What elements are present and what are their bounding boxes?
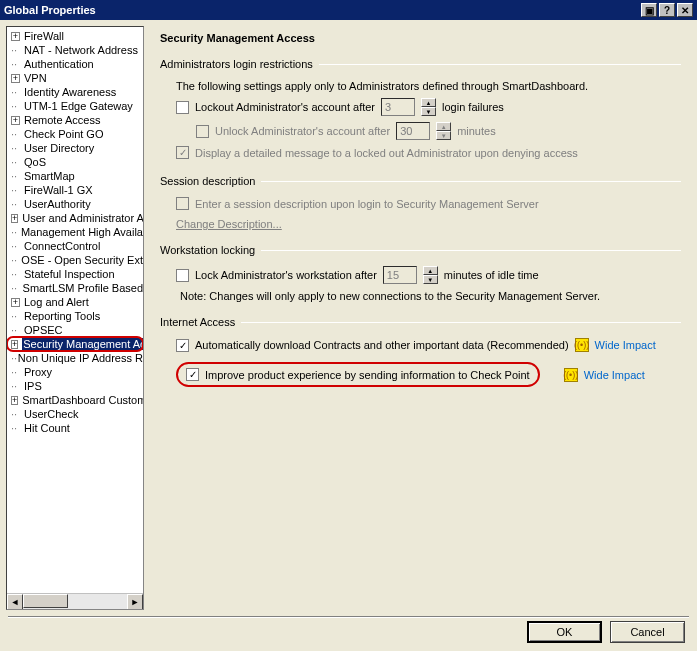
group-session-desc: Session description Enter a session desc…	[160, 175, 681, 230]
tree-item-label: Security Management Ac	[22, 338, 143, 350]
improve-checkbox[interactable]	[186, 368, 199, 381]
session-desc-label: Enter a session description upon login t…	[195, 198, 539, 210]
tree-horizontal-scrollbar[interactable]: ◄ ►	[7, 593, 143, 609]
tree-item-label: VPN	[24, 72, 47, 84]
cancel-button[interactable]: Cancel	[610, 621, 685, 643]
group-workstation-locking: Workstation locking Lock Administrator's…	[160, 244, 681, 302]
tree-dots-icon: ··	[11, 58, 24, 70]
ok-button[interactable]: OK	[527, 621, 602, 643]
group-internet-title: Internet Access	[160, 316, 235, 328]
lock-workstation-suffix: minutes of idle time	[444, 269, 539, 281]
display-msg-checkbox	[176, 146, 189, 159]
context-help-button[interactable]: ▣	[641, 3, 657, 17]
tree-item-label: IPS	[24, 380, 42, 392]
lock-workstation-label: Lock Administrator's workstation after	[195, 269, 377, 281]
tree-item-qos[interactable]: ··QoS	[7, 155, 143, 169]
tree-item-label: UTM-1 Edge Gateway	[24, 100, 133, 112]
tree-item-vpn[interactable]: +VPN	[7, 71, 143, 85]
tree-dots-icon: ··	[11, 380, 24, 392]
tree-dots-icon: ··	[11, 100, 24, 112]
improve-highlight: Improve product experience by sending in…	[176, 362, 540, 387]
lockout-checkbox[interactable]	[176, 101, 189, 114]
help-button[interactable]: ?	[659, 3, 675, 17]
expand-icon[interactable]: +	[11, 116, 20, 125]
tree-item-connectcontrol[interactable]: ··ConnectControl	[7, 239, 143, 253]
session-desc-checkbox	[176, 197, 189, 210]
expand-icon[interactable]: +	[11, 396, 18, 405]
scroll-right-button[interactable]: ►	[127, 594, 143, 610]
tree-dots-icon: ··	[11, 324, 24, 336]
tree-item-label: Non Unique IP Address R	[18, 352, 143, 364]
tree-item-management-high-availa[interactable]: ··Management High Availa	[7, 225, 143, 239]
close-button[interactable]: ✕	[677, 3, 693, 17]
lockout-suffix: login failures	[442, 101, 504, 113]
tree-item-security-management-ac[interactable]: +Security Management Ac	[7, 337, 143, 351]
lock-workstation-checkbox[interactable]	[176, 269, 189, 282]
wide-impact-link-2[interactable]: Wide Impact	[584, 369, 645, 381]
wide-impact-icon: ((•))	[575, 338, 589, 352]
tree-item-label: Hit Count	[24, 422, 70, 434]
tree-item-check-point-go[interactable]: ··Check Point GO	[7, 127, 143, 141]
auto-download-checkbox[interactable]	[176, 339, 189, 352]
expand-icon[interactable]: +	[11, 298, 20, 307]
tree-dots-icon: ··	[11, 408, 24, 420]
tree-item-authentication[interactable]: ··Authentication	[7, 57, 143, 71]
tree-item-remote-access[interactable]: +Remote Access	[7, 113, 143, 127]
tree-item-label: Authentication	[24, 58, 94, 70]
expand-icon[interactable]: +	[11, 214, 18, 223]
tree-item-label: ConnectControl	[24, 240, 100, 252]
tree-item-label: UserAuthority	[24, 198, 91, 210]
tree-item-hit-count[interactable]: ··Hit Count	[7, 421, 143, 435]
tree-item-log-and-alert[interactable]: +Log and Alert	[7, 295, 143, 309]
tree-item-ips[interactable]: ··IPS	[7, 379, 143, 393]
tree-item-userauthority[interactable]: ··UserAuthority	[7, 197, 143, 211]
unlock-minutes-input: 30	[396, 122, 430, 140]
unlock-checkbox	[196, 125, 209, 138]
scroll-thumb[interactable]	[23, 594, 68, 608]
tree-item-smartmap[interactable]: ··SmartMap	[7, 169, 143, 183]
titlebar: Global Properties ▣ ? ✕	[0, 0, 697, 20]
tree-item-label: Reporting Tools	[24, 310, 100, 322]
group-internet-access: Internet Access Automatically download C…	[160, 316, 681, 397]
nav-tree: +FireWall··NAT - Network Address··Authen…	[6, 26, 144, 610]
tree-item-usercheck[interactable]: ··UserCheck	[7, 407, 143, 421]
unlock-minutes-spinner: ▲▼	[436, 122, 451, 140]
tree-dots-icon: ··	[11, 184, 24, 196]
tree-item-proxy[interactable]: ··Proxy	[7, 365, 143, 379]
tree-dots-icon: ··	[11, 268, 24, 280]
tree-dots-icon: ··	[11, 226, 21, 238]
tree-dots-icon: ··	[11, 128, 24, 140]
workstation-note: Note: Changes will only apply to new con…	[180, 290, 681, 302]
tree-item-identity-awareness[interactable]: ··Identity Awareness	[7, 85, 143, 99]
tree-item-ose-open-security-ext[interactable]: ··OSE - Open Security Ext	[7, 253, 143, 267]
group-admin-login-title: Administrators login restrictions	[160, 58, 313, 70]
wide-impact-link-1[interactable]: Wide Impact	[595, 339, 656, 351]
tree-item-label: Check Point GO	[24, 128, 103, 140]
expand-icon[interactable]: +	[11, 74, 20, 83]
tree-item-label: OPSEC	[24, 324, 63, 336]
tree-item-firewall-1-gx[interactable]: ··FireWall-1 GX	[7, 183, 143, 197]
lockout-label: Lockout Administrator's account after	[195, 101, 375, 113]
tree-item-opsec[interactable]: ··OPSEC	[7, 323, 143, 337]
tree-item-utm-1-edge-gateway[interactable]: ··UTM-1 Edge Gateway	[7, 99, 143, 113]
tree-item-non-unique-ip-address-r[interactable]: ··Non Unique IP Address R	[7, 351, 143, 365]
tree-item-reporting-tools[interactable]: ··Reporting Tools	[7, 309, 143, 323]
expand-icon[interactable]: +	[11, 32, 20, 41]
tree-item-label: Remote Access	[24, 114, 100, 126]
tree-item-smartlsm-profile-based[interactable]: ··SmartLSM Profile Based	[7, 281, 143, 295]
tree-dots-icon: ··	[11, 44, 24, 56]
tree-item-nat-network-address[interactable]: ··NAT - Network Address	[7, 43, 143, 57]
tree-item-user-directory[interactable]: ··User Directory	[7, 141, 143, 155]
tree-item-smartdashboard-custom[interactable]: +SmartDashboard Custom	[7, 393, 143, 407]
tree-item-user-and-administrator-a[interactable]: +User and Administrator A	[7, 211, 143, 225]
tree-dots-icon: ··	[11, 198, 24, 210]
group-workstation-title: Workstation locking	[160, 244, 255, 256]
tree-item-stateful-inspection[interactable]: ··Stateful Inspection	[7, 267, 143, 281]
scroll-left-button[interactable]: ◄	[7, 594, 23, 610]
lockout-count-spinner: ▲▼	[421, 98, 436, 116]
tree-item-label: User and Administrator A	[22, 212, 143, 224]
tree-item-firewall[interactable]: +FireWall	[7, 29, 143, 43]
tree-item-label: QoS	[24, 156, 46, 168]
expand-icon[interactable]: +	[11, 340, 18, 349]
tree-dots-icon: ··	[11, 170, 24, 182]
